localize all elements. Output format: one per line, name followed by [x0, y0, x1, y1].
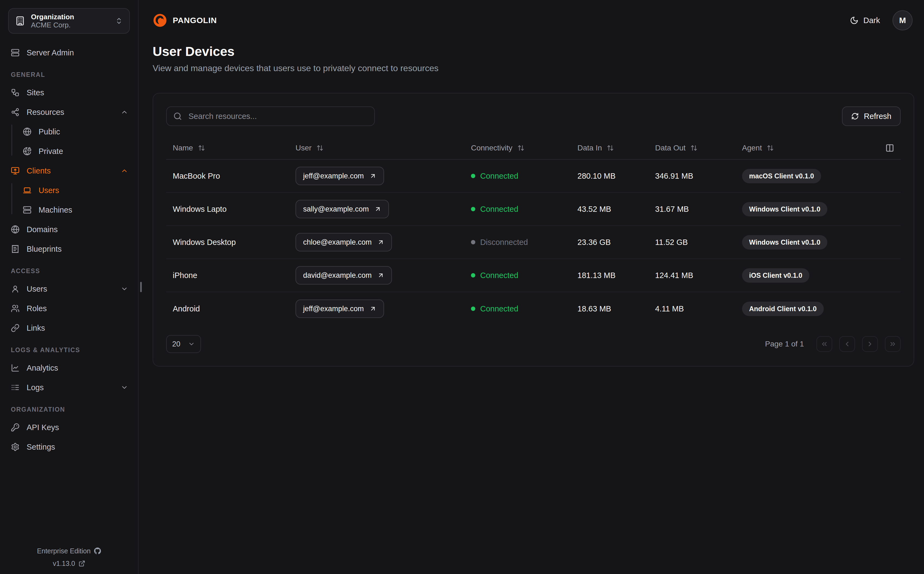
page-size-select[interactable]: 20 — [166, 335, 201, 353]
table-row: Windows Desktop chloe@example.com Discon… — [166, 226, 900, 259]
sidebar-item-analytics[interactable]: Analytics — [11, 359, 128, 377]
main-area: PANGOLIN Dark M User Devices View and ma… — [139, 0, 924, 574]
column-header-connectivity[interactable]: Connectivity — [464, 144, 571, 152]
user-email: jeff@example.com — [303, 304, 364, 313]
first-page-button[interactable] — [817, 336, 832, 352]
sort-icon — [317, 145, 323, 151]
sidebar-item-settings[interactable]: Settings — [11, 438, 128, 456]
share-network-icon — [11, 108, 20, 117]
column-header-data-out[interactable]: Data Out — [649, 144, 735, 152]
arrow-up-right-icon — [369, 172, 377, 180]
refresh-button[interactable]: Refresh — [842, 106, 900, 126]
server-icon — [23, 205, 32, 214]
agent-badge: Windows Client v0.1.0 — [742, 235, 827, 249]
agent-cell: Android Client v0.1.0 — [735, 302, 900, 316]
connectivity-cell: Connected — [464, 304, 571, 313]
user-email: chloe@example.com — [303, 238, 372, 246]
edition-line[interactable]: Enterprise Edition — [0, 545, 138, 557]
org-label: Organization — [31, 13, 74, 21]
data-in-value: 18.63 MB — [571, 304, 649, 313]
device-name: iPhone — [166, 271, 289, 280]
sidebar-resize-handle[interactable] — [140, 282, 142, 292]
sidebar-item-blueprints[interactable]: Blueprints — [11, 240, 128, 258]
globe-icon — [11, 225, 20, 234]
next-page-button[interactable] — [862, 336, 878, 352]
section-organization: ORGANIZATION — [11, 406, 128, 413]
gear-icon — [11, 443, 20, 451]
theme-label: Dark — [863, 16, 880, 25]
sidebar-item-resources[interactable]: Resources — [11, 104, 128, 121]
table-row: Android jeff@example.com Connected 1 — [166, 292, 900, 325]
user-link-button[interactable]: chloe@example.com — [295, 233, 392, 251]
sidebar-item-access-users[interactable]: Users — [11, 280, 128, 298]
sidebar-item-domains[interactable]: Domains — [11, 221, 128, 238]
column-label: Name — [173, 144, 193, 152]
user-cell: chloe@example.com — [289, 233, 464, 251]
status-badge: Connected — [471, 271, 564, 280]
sidebar-item-label: Users — [39, 186, 59, 195]
search-input[interactable] — [188, 111, 368, 121]
users-icon — [11, 304, 20, 313]
sidebar-item-client-users[interactable]: Users — [11, 181, 128, 199]
table-row: iPhone david@example.com Connected 1 — [166, 259, 900, 292]
user-link-button[interactable]: jeff@example.com — [295, 167, 384, 185]
data-out-value: 124.41 MB — [649, 271, 735, 280]
data-in-value: 43.52 MB — [571, 205, 649, 214]
sidebar-item-label: Links — [27, 324, 45, 333]
sidebar-item-private[interactable]: Private — [11, 142, 128, 160]
avatar-initial: M — [899, 16, 906, 25]
org-selector[interactable]: Organization ACME Corp. — [8, 8, 130, 34]
brand[interactable]: PANGOLIN — [153, 13, 217, 28]
sidebar-item-links[interactable]: Links — [11, 319, 128, 337]
column-header-name[interactable]: Name — [166, 144, 289, 152]
link-icon — [11, 324, 20, 332]
column-header-data-in[interactable]: Data In — [571, 144, 649, 152]
chevrons-right-icon — [889, 340, 897, 348]
data-in-value: 181.13 MB — [571, 271, 649, 280]
sidebar-item-label: API Keys — [27, 423, 59, 432]
sidebar-item-label: Private — [39, 147, 63, 156]
chevron-down-icon — [188, 341, 195, 347]
sidebar-item-machines[interactable]: Machines — [11, 201, 128, 219]
data-in-value: 23.36 GB — [571, 238, 649, 247]
sidebar: Organization ACME Corp. Server Admin GEN… — [0, 0, 139, 574]
sidebar-item-server-admin[interactable]: Server Admin — [11, 44, 128, 62]
chart-line-icon — [11, 364, 20, 372]
device-name: MacBook Pro — [166, 172, 289, 181]
external-link-icon — [79, 560, 85, 567]
chevron-up-icon — [121, 167, 128, 175]
sidebar-item-label: Logs — [27, 383, 44, 392]
user-link-button[interactable]: david@example.com — [295, 266, 392, 285]
version-line[interactable]: v1.13.0 — [0, 557, 138, 570]
data-out-value: 4.11 MB — [649, 304, 735, 313]
building-icon — [15, 16, 25, 26]
status-dot-icon — [471, 240, 475, 244]
user-link-button[interactable]: jeff@example.com — [295, 300, 384, 318]
sidebar-item-sites[interactable]: Sites — [11, 84, 128, 101]
prev-page-button[interactable] — [839, 336, 855, 352]
column-header-user[interactable]: User — [289, 144, 464, 152]
clients-subgroup: Users Machines — [11, 181, 128, 219]
agent-header-group[interactable]: Agent — [742, 144, 774, 152]
user-link-button[interactable]: sally@example.com — [295, 200, 389, 218]
sidebar-item-roles[interactable]: Roles — [11, 300, 128, 317]
sort-icon — [607, 145, 614, 151]
status-dot-icon — [471, 306, 475, 311]
sidebar-item-public[interactable]: Public — [11, 123, 128, 140]
sidebar-item-logs[interactable]: Logs — [11, 379, 128, 396]
columns-toggle-icon[interactable] — [885, 144, 894, 152]
sidebar-item-label: Server Admin — [27, 48, 74, 57]
agent-cell: Windows Client v0.1.0 — [735, 235, 900, 249]
theme-toggle[interactable]: Dark — [850, 16, 880, 25]
sidebar-item-label: Domains — [27, 225, 58, 234]
column-label: Connectivity — [471, 144, 512, 152]
agent-badge: Android Client v0.1.0 — [742, 302, 824, 316]
chevrons-left-icon — [820, 340, 828, 348]
sidebar-item-label: Settings — [27, 443, 55, 451]
sidebar-item-label: Users — [27, 285, 47, 293]
sidebar-item-clients[interactable]: Clients — [11, 162, 128, 180]
chevron-down-icon — [121, 285, 128, 293]
avatar[interactable]: M — [892, 10, 913, 30]
sidebar-item-api-keys[interactable]: API Keys — [11, 419, 128, 436]
last-page-button[interactable] — [885, 336, 900, 352]
